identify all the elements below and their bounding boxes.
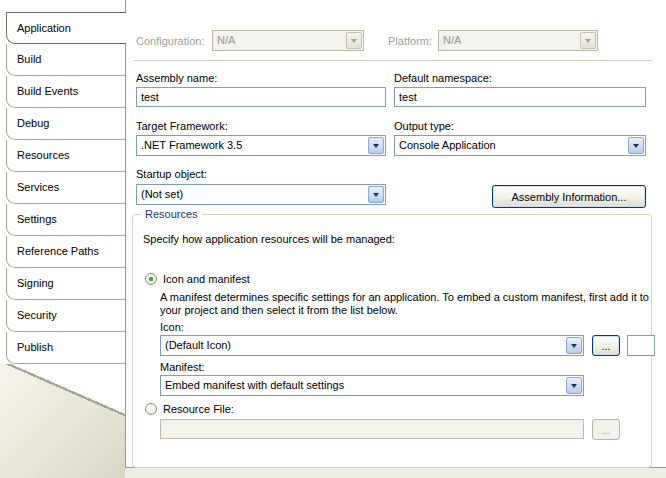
icon-browse-button[interactable]: ...	[592, 335, 620, 356]
startup-object-select[interactable]: (Not set)	[136, 184, 386, 205]
tab-build[interactable]: Build	[6, 44, 125, 76]
chevron-down-icon[interactable]	[368, 137, 384, 154]
tab-application[interactable]: Application	[6, 12, 126, 44]
chevron-down-icon[interactable]	[368, 186, 384, 203]
configuration-label: Configuration:	[136, 35, 205, 47]
chevron-down-icon	[346, 32, 362, 49]
tab-debug[interactable]: Debug	[6, 108, 125, 140]
resource-file-browse-button: ...	[592, 419, 620, 440]
bottom-edge	[125, 468, 666, 478]
radio-selected-icon[interactable]	[145, 273, 157, 285]
target-framework-select-value: .NET Framework 3.5	[137, 136, 367, 155]
startup-object-label: Startup object:	[136, 168, 207, 180]
default-namespace-label: Default namespace:	[394, 72, 492, 84]
assembly-information-button[interactable]: Assembly Information...	[492, 185, 646, 208]
tab-signing[interactable]: Signing	[6, 268, 125, 300]
resources-group-title: Resources	[141, 208, 202, 220]
tab-resources[interactable]: Resources	[6, 140, 125, 172]
tab-services[interactable]: Services	[6, 172, 125, 204]
tab-strip: Application Build Build Events Debug Res…	[6, 12, 125, 364]
assembly-name-input[interactable]	[136, 87, 386, 107]
resource-file-input	[160, 419, 584, 439]
output-type-label: Output type:	[394, 120, 454, 132]
manifest-help-text: A manifest determines specific settings …	[160, 291, 652, 317]
icon-and-manifest-radio[interactable]: Icon and manifest	[145, 273, 250, 285]
tab-publish[interactable]: Publish	[6, 332, 125, 364]
separator	[134, 60, 652, 62]
platform-select: N/A	[438, 30, 598, 51]
tab-strip-tail	[6, 364, 125, 416]
startup-object-select-value: (Not set)	[137, 185, 367, 204]
tab-settings[interactable]: Settings	[6, 204, 125, 236]
icon-preview	[627, 335, 655, 356]
radio-unselected-icon[interactable]	[145, 403, 157, 415]
configuration-select: N/A	[212, 30, 364, 51]
resources-group: Resources Specify how application resour…	[132, 214, 652, 468]
chevron-down-icon[interactable]	[628, 137, 644, 154]
tab-security[interactable]: Security	[6, 300, 125, 332]
assembly-name-label: Assembly name:	[136, 72, 217, 84]
configuration-select-value: N/A	[213, 31, 345, 50]
chevron-down-icon	[580, 32, 596, 49]
manifest-select[interactable]: Embed manifest with default settings	[160, 375, 584, 396]
output-type-select-value: Console Application	[395, 136, 627, 155]
resource-file-radio-label: Resource File:	[163, 403, 234, 415]
application-properties-panel: Configuration: N/A Platform: N/A Assembl…	[125, 0, 666, 468]
manifest-label: Manifest:	[160, 361, 205, 373]
platform-label: Platform:	[388, 35, 432, 47]
tab-reference-paths[interactable]: Reference Paths	[6, 236, 125, 268]
resources-description: Specify how application resources will b…	[143, 233, 395, 245]
default-namespace-input[interactable]	[394, 87, 646, 107]
icon-label: Icon:	[160, 321, 184, 333]
target-framework-select[interactable]: .NET Framework 3.5	[136, 135, 386, 156]
icon-select[interactable]: (Default Icon)	[160, 335, 584, 356]
resource-file-radio[interactable]: Resource File:	[145, 403, 234, 415]
icon-and-manifest-radio-label: Icon and manifest	[163, 273, 250, 285]
icon-select-value: (Default Icon)	[161, 336, 565, 355]
platform-select-value: N/A	[439, 31, 579, 50]
tab-build-events[interactable]: Build Events	[6, 76, 125, 108]
output-type-select[interactable]: Console Application	[394, 135, 646, 156]
chevron-down-icon[interactable]	[566, 377, 582, 394]
chevron-down-icon[interactable]	[566, 337, 582, 354]
manifest-select-value: Embed manifest with default settings	[161, 376, 565, 395]
target-framework-label: Target Framework:	[136, 120, 228, 132]
